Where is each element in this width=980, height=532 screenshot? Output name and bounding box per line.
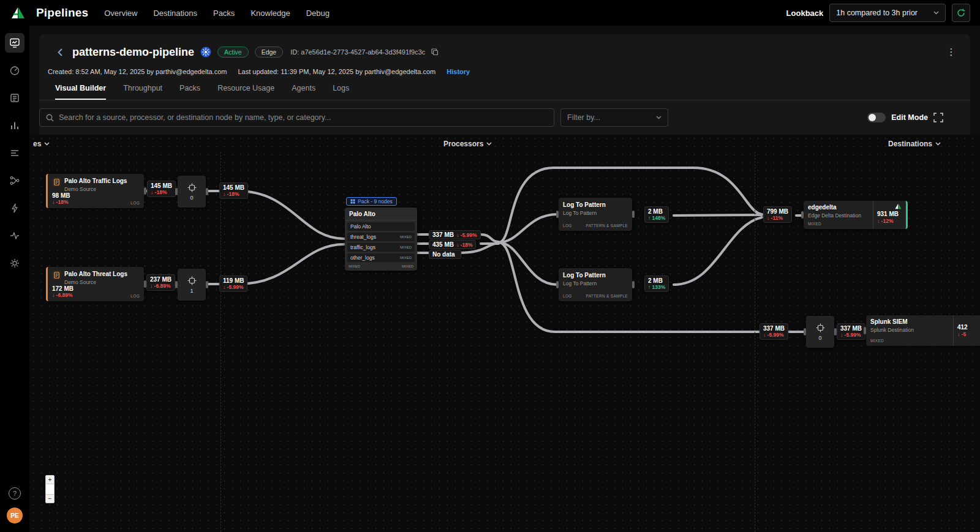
pipelines-icon: [9, 37, 20, 48]
sidebar-item-metrics[interactable]: [5, 116, 24, 135]
zoom-control: + −: [45, 475, 55, 503]
avatar[interactable]: PE: [7, 508, 23, 523]
zoom-slider[interactable]: [46, 484, 54, 495]
refresh-icon: [957, 9, 965, 17]
source-node-palo-alto-threat-logs[interactable]: Palo Alto Threat Logs Demo Source 172 MB…: [46, 267, 144, 301]
branch-icon: [9, 175, 20, 186]
back-button[interactable]: [54, 46, 66, 58]
chevron-down-icon: [656, 116, 662, 119]
copy-icon[interactable]: [431, 48, 439, 56]
sidebar-item-pipelines[interactable]: [5, 33, 24, 53]
nav-overview[interactable]: Overview: [104, 9, 137, 18]
destination-node-splunk-siem[interactable]: Splunk SIEM Splunk Destination MIXED › 4…: [866, 315, 980, 346]
edit-mode-toggle[interactable]: [867, 113, 886, 122]
search-icon: [46, 114, 54, 122]
throughput-badge[interactable]: 145 MB ↓ -18%: [219, 182, 248, 199]
pack-node-palo-alto[interactable]: Palo Alto Palo Alto threat_logs MIXED tr…: [345, 208, 417, 271]
nav-knowledge[interactable]: Knowledge: [251, 9, 290, 18]
throughput-badge[interactable]: 145 MB ↓ -18%: [147, 181, 176, 197]
throughput-badge[interactable]: 119 MB ↓ -5.99%: [219, 275, 247, 292]
filter-select[interactable]: Filter by...: [560, 108, 668, 127]
page-title: patterns-demo-pipeline: [72, 46, 194, 59]
pack-icon: [350, 199, 355, 204]
pipeline-canvas[interactable]: es Processors Destinations: [29, 135, 980, 532]
processor-node-log-to-pattern[interactable]: Log To Pattern Log To Pattern LOG PATTER…: [559, 198, 632, 231]
column-separator: [755, 152, 755, 532]
refresh-button[interactable]: [952, 4, 970, 22]
sidebar-item-monitors[interactable]: [5, 226, 24, 245]
sidebar-item-library[interactable]: [5, 88, 24, 108]
source-icon: [52, 178, 61, 187]
tab-throughput[interactable]: Throughput: [123, 84, 162, 100]
edit-mode-label: Edit Mode: [891, 113, 928, 122]
status-badge: Active: [217, 47, 249, 58]
pack-row[interactable]: Palo Alto: [347, 222, 415, 231]
processor-icon: [816, 323, 825, 332]
history-link[interactable]: History: [447, 68, 470, 75]
throughput-badge[interactable]: 2 MB ↑ 133%: [644, 275, 669, 292]
lookback-value: 1h compared to 3h prior: [836, 9, 918, 17]
pack-badge[interactable]: Pack - 9 nodes: [346, 197, 397, 206]
column-separator: [221, 152, 221, 532]
tab-visual-builder[interactable]: Visual Builder: [55, 84, 106, 100]
lightning-icon: [9, 203, 20, 214]
source-node-palo-alto-traffic-logs[interactable]: Palo Alto Traffic Logs Demo Source 98 MB…: [46, 174, 144, 208]
kebab-menu-icon[interactable]: ⋮: [944, 47, 958, 58]
processor-icon: [187, 276, 197, 285]
sidebar-item-settings[interactable]: [5, 253, 24, 273]
throughput-badge[interactable]: 237 MB ↓ -6.89%: [146, 274, 175, 291]
pipeline-id: ID: a7e56d1e-2773-4527-ab64-3d3f491f9c3c: [290, 48, 425, 56]
help-icon[interactable]: ?: [9, 487, 21, 500]
processor-mini-node[interactable]: 0: [178, 176, 206, 208]
fullscreen-icon[interactable]: [933, 113, 943, 122]
pack-row[interactable]: traffic_logs MIXED: [347, 243, 415, 252]
throughput-badge[interactable]: No data: [429, 250, 461, 259]
tab-resource-usage[interactable]: Resource Usage: [217, 84, 274, 100]
processor-mini-node[interactable]: 1: [178, 269, 206, 301]
throughput-badge[interactable]: 799 MB ↓ -11%: [763, 206, 792, 223]
type-badge: Edge: [255, 47, 284, 58]
column-label-processors[interactable]: Processors: [443, 140, 492, 148]
activity-icon: [9, 230, 20, 241]
sidebar-item-workflows[interactable]: [5, 171, 24, 190]
throughput-badge[interactable]: 337 MB ↓ -5.99%: [837, 323, 865, 340]
zoom-in-button[interactable]: +: [46, 476, 54, 484]
search-input[interactable]: [59, 113, 548, 122]
processor-mini-node[interactable]: 0: [806, 316, 834, 348]
tab-packs[interactable]: Packs: [179, 84, 200, 100]
zoom-out-button[interactable]: −: [46, 495, 54, 503]
node-search: [39, 108, 554, 127]
top-nav: Overview Destinations Packs Knowledge De…: [104, 9, 330, 18]
throughput-badge[interactable]: 2 MB ↑ 148%: [644, 206, 669, 223]
lookback-label: Lookback: [786, 9, 824, 18]
nav-packs[interactable]: Packs: [213, 9, 235, 18]
nav-debug[interactable]: Debug: [306, 9, 330, 18]
back-chevron-icon: [58, 48, 62, 56]
throughput-badge[interactable]: 337 MB ↓ -5.99%: [760, 323, 788, 340]
chevron-down-icon: [933, 11, 939, 15]
created-text: Created: 8:52 AM, May 12, 2025 by parthi…: [48, 68, 227, 75]
column-label-sources[interactable]: es: [33, 140, 50, 148]
throughput-badge[interactable]: 337 MB ↓ -5.99%: [429, 230, 481, 239]
nav-destinations[interactable]: Destinations: [153, 9, 197, 18]
gear-icon: [9, 258, 20, 269]
tab-agents[interactable]: Agents: [292, 84, 315, 100]
sidebar-item-logs[interactable]: [5, 143, 24, 163]
updated-text: Last updated: 11:39 PM, May 12, 2025 by …: [238, 68, 435, 75]
processor-node-log-to-pattern[interactable]: Log To Pattern Log To Pattern LOG PATTER…: [559, 268, 632, 301]
pack-row[interactable]: threat_logs MIXED: [347, 233, 415, 241]
main-content: patterns-demo-pipeline Active Edge ID: a…: [29, 26, 980, 532]
chevron-down-icon: [935, 142, 941, 146]
tab-logs[interactable]: Logs: [333, 84, 349, 100]
chevron-down-icon: [44, 142, 50, 146]
throughput-badge[interactable]: 435 MB ↓ -18%: [429, 240, 476, 249]
column-label-destinations[interactable]: Destinations: [888, 140, 941, 148]
source-icon: [52, 271, 61, 280]
sidebar-item-automations[interactable]: [5, 198, 24, 218]
destination-node-edgedelta[interactable]: edgedelta Edge Delta Destination MIXED 9…: [804, 201, 908, 229]
dashboard-icon: [9, 65, 20, 76]
sidebar-item-dashboards[interactable]: [5, 61, 24, 80]
lookback-select[interactable]: 1h compared to 3h prior: [829, 4, 946, 22]
library-icon: [9, 92, 20, 103]
pack-row[interactable]: other_logs MIXED: [347, 253, 415, 262]
